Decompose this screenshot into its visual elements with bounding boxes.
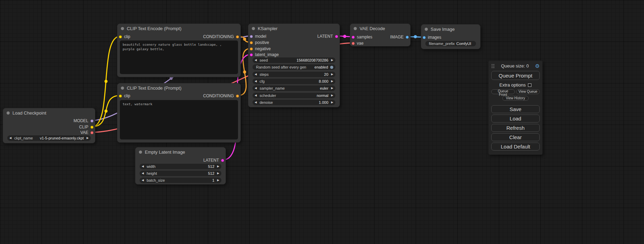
collapse-dot-icon[interactable]: [121, 87, 124, 90]
decrement-arrow-icon[interactable]: ◀: [255, 87, 257, 90]
decrement-arrow-icon[interactable]: ◀: [255, 80, 257, 83]
view-history-button[interactable]: View History: [502, 96, 529, 101]
decrement-arrow-icon[interactable]: ◀: [255, 94, 257, 97]
port-clip-input[interactable]: [119, 35, 122, 38]
increment-arrow-icon[interactable]: ▶: [217, 179, 219, 182]
node-titlebar[interactable]: Empty Latent Image: [135, 147, 226, 156]
load-default-button[interactable]: Load Default: [491, 143, 540, 151]
widget-sampler-name[interactable]: ◀ sampler_name euler ▶: [253, 85, 335, 91]
widget-steps[interactable]: ◀ steps 20 ▶: [253, 72, 335, 77]
decrement-arrow-icon[interactable]: ◀: [142, 179, 144, 182]
widget-scheduler[interactable]: ◀ scheduler normal ▶: [253, 93, 335, 98]
input-slot-clip[interactable]: clip: [119, 34, 130, 39]
collapse-dot-icon[interactable]: [425, 28, 428, 31]
input-slot-clip[interactable]: clip: [119, 93, 130, 99]
widget-batch-size[interactable]: ◀ batch_size 1 ▶: [140, 178, 221, 183]
input-slot-latent-image[interactable]: latent_image: [250, 52, 279, 57]
input-slot-negative[interactable]: negative: [250, 46, 271, 52]
node-titlebar[interactable]: Save Image: [421, 25, 480, 34]
decrement-arrow-icon[interactable]: ◀: [142, 165, 144, 168]
negative-prompt-textarea[interactable]: text, watermark: [120, 100, 238, 139]
port-vae-input[interactable]: [352, 42, 355, 45]
widget-width[interactable]: ◀ width 512 ▶: [140, 164, 221, 169]
output-slot-vae[interactable]: VAE: [80, 130, 94, 135]
collapse-dot-icon[interactable]: [121, 27, 124, 30]
decrement-arrow-icon[interactable]: ◀: [9, 137, 11, 139]
node-titlebar[interactable]: CLIP Text Encode (Prompt): [117, 24, 240, 33]
port-positive-input[interactable]: [250, 41, 253, 44]
input-slot-samples[interactable]: samples: [352, 34, 372, 40]
collapse-dot-icon[interactable]: [354, 27, 357, 30]
increment-arrow-icon[interactable]: ▶: [217, 172, 219, 175]
increment-arrow-icon[interactable]: ▶: [331, 87, 333, 90]
widget-filename-prefix[interactable]: filename_prefix ComfyUI: [425, 41, 476, 46]
node-ksampler[interactable]: KSampler model positive negative latent_…: [248, 24, 340, 107]
decrement-arrow-icon[interactable]: ◀: [142, 172, 144, 175]
queue-front-button[interactable]: Queue Front: [491, 89, 515, 94]
output-slot-conditioning[interactable]: CONDITIONING: [203, 93, 239, 99]
input-slot-model[interactable]: model: [250, 34, 266, 39]
widget-seed[interactable]: ◀ seed 156680208700286 ▶: [253, 57, 335, 63]
node-clip-text-encode-positive[interactable]: CLIP Text Encode (Prompt) clip CONDITION…: [117, 24, 241, 77]
increment-arrow-icon[interactable]: ▶: [331, 101, 333, 104]
clear-button[interactable]: Clear: [491, 133, 540, 141]
input-slot-vae[interactable]: vae: [352, 40, 363, 46]
view-queue-button[interactable]: View Queue: [516, 89, 540, 94]
increment-arrow-icon[interactable]: ▶: [331, 73, 333, 76]
port-clip-input[interactable]: [119, 94, 122, 98]
input-slot-positive[interactable]: positive: [250, 40, 269, 45]
port-negative-input[interactable]: [250, 47, 253, 51]
node-vae-decode[interactable]: VAE Decode samples vae IMAGE: [350, 24, 411, 46]
increment-arrow-icon[interactable]: ▶: [87, 137, 89, 139]
port-images-input[interactable]: [423, 36, 426, 39]
port-latent-output[interactable]: [335, 35, 338, 38]
load-button[interactable]: Load: [491, 115, 540, 123]
widget-denoise[interactable]: ◀ denoise 1.000 ▶: [253, 100, 335, 105]
increment-arrow-icon[interactable]: ▶: [331, 94, 333, 97]
toggle-indicator-icon[interactable]: [330, 66, 333, 69]
input-slot-images[interactable]: images: [423, 35, 441, 40]
widget-ckpt-name[interactable]: ◀ ckpt_name v1-5-pruned-emaonly.ckpt ▶: [7, 135, 91, 141]
collapse-dot-icon[interactable]: [7, 111, 10, 115]
node-titlebar[interactable]: KSampler: [248, 24, 339, 33]
port-clip-output[interactable]: [90, 126, 94, 129]
port-latent-output[interactable]: [221, 159, 224, 162]
refresh-button[interactable]: Refresh: [491, 124, 540, 132]
node-clip-text-encode-negative[interactable]: CLIP Text Encode (Prompt) clip CONDITION…: [117, 83, 241, 143]
increment-arrow-icon[interactable]: ▶: [217, 165, 219, 168]
widget-cfg[interactable]: ◀ cfg 8.000 ▶: [253, 79, 335, 84]
decrement-arrow-icon[interactable]: ◀: [255, 73, 257, 76]
node-graph-canvas[interactable]: Load Checkpoint MODEL CLIP VAE ◀ ckpt_na…: [0, 0, 644, 244]
port-conditioning-output[interactable]: [236, 94, 239, 98]
port-vae-output[interactable]: [90, 131, 94, 134]
increment-arrow-icon[interactable]: ▶: [331, 59, 333, 62]
port-model-input[interactable]: [250, 35, 253, 38]
node-load-checkpoint[interactable]: Load Checkpoint MODEL CLIP VAE ◀ ckpt_na…: [3, 108, 95, 143]
node-titlebar[interactable]: Load Checkpoint: [3, 108, 95, 117]
collapse-dot-icon[interactable]: [252, 27, 255, 30]
node-titlebar[interactable]: CLIP Text Encode (Prompt): [117, 83, 240, 92]
drag-handle-icon[interactable]: [491, 64, 495, 69]
extra-options-checkbox[interactable]: [528, 83, 531, 87]
output-slot-model[interactable]: MODEL: [73, 118, 94, 124]
output-slot-latent[interactable]: LATENT: [203, 157, 224, 163]
output-slot-conditioning[interactable]: CONDITIONING: [203, 34, 239, 39]
node-empty-latent-image[interactable]: Empty Latent Image LATENT ◀ width 512 ▶ …: [135, 147, 226, 184]
positive-prompt-textarea[interactable]: beautiful scenery nature glass bottle la…: [120, 40, 238, 74]
decrement-arrow-icon[interactable]: ◀: [255, 59, 257, 62]
node-save-image[interactable]: Save Image images filename_prefix ComfyU…: [421, 24, 480, 49]
output-slot-latent[interactable]: LATENT: [317, 34, 338, 39]
output-slot-image[interactable]: IMAGE: [390, 34, 409, 40]
decrement-arrow-icon[interactable]: ◀: [255, 101, 257, 104]
widget-height[interactable]: ◀ height 512 ▶: [140, 171, 221, 176]
save-button[interactable]: Save: [491, 105, 540, 113]
queue-panel[interactable]: Queue size: 0 ⚙ Queue Prompt Extra optio…: [488, 61, 542, 155]
queue-prompt-button[interactable]: Queue Prompt: [491, 71, 540, 80]
widget-random-seed-toggle[interactable]: Random seed after every gen enabled: [253, 64, 335, 70]
settings-gear-icon[interactable]: ⚙: [535, 63, 540, 69]
port-image-output[interactable]: [406, 36, 409, 39]
port-conditioning-output[interactable]: [236, 35, 239, 38]
increment-arrow-icon[interactable]: ▶: [331, 80, 333, 83]
port-samples-input[interactable]: [352, 36, 355, 39]
node-titlebar[interactable]: VAE Decode: [350, 24, 410, 33]
